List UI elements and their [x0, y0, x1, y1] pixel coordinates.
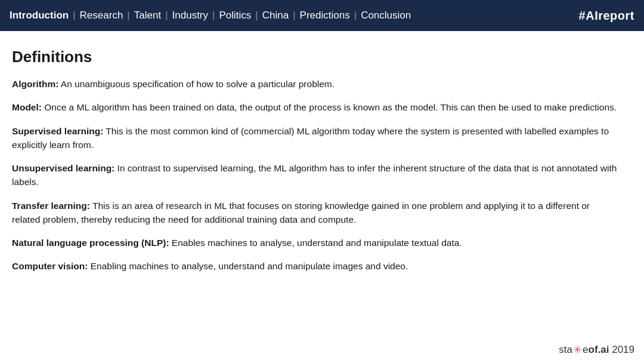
logo: sta✳eof.ai 2019: [559, 343, 634, 356]
definition-item: Model: Once a ML algorithm has been trai…: [12, 100, 620, 114]
page-title: Definitions: [12, 48, 620, 66]
definition-term: Supervised learning:: [12, 126, 103, 136]
definition-item: Unsupervised learning: In contrast to su…: [12, 161, 620, 189]
nav-separator: |: [255, 10, 258, 21]
main-content: Definitions Algorithm: An unambiguous sp…: [0, 31, 644, 295]
definition-item: Algorithm: An unambiguous specification …: [12, 77, 620, 91]
definition-term: Unsupervised learning:: [12, 163, 114, 173]
nav-item-introduction[interactable]: Introduction: [10, 10, 69, 21]
nav-item-conclusion[interactable]: Conclusion: [361, 10, 411, 21]
definition-term: Transfer learning:: [12, 201, 90, 211]
nav-links: Introduction | Research | Talent | Indus…: [10, 10, 579, 21]
definition-term: Computer vision:: [12, 261, 88, 271]
nav-separator: |: [212, 10, 215, 21]
hashtag-label: #AIreport: [579, 9, 634, 23]
nav-separator: |: [73, 10, 75, 21]
definition-item: Supervised learning: This is the most co…: [12, 124, 620, 152]
nav-separator: |: [293, 10, 295, 21]
nav-item-industry[interactable]: Industry: [172, 10, 208, 21]
definition-term: Algorithm:: [12, 79, 58, 89]
definition-term: Model:: [12, 102, 42, 112]
definition-item: Computer vision: Enabling machines to an…: [12, 259, 620, 273]
logo-text: sta✳eof.ai 2019: [559, 343, 634, 356]
definition-item: Transfer learning: This is an area of re…: [12, 199, 620, 227]
nav-separator: |: [354, 10, 357, 21]
nav-separator: |: [127, 10, 129, 21]
nav-separator: |: [165, 10, 168, 21]
nav-item-talent[interactable]: Talent: [134, 10, 161, 21]
header: Introduction | Research | Talent | Indus…: [0, 0, 644, 31]
definitions-list: Algorithm: An unambiguous specification …: [12, 77, 620, 273]
nav-item-politics[interactable]: Politics: [219, 10, 251, 21]
nav-item-research[interactable]: Research: [80, 10, 123, 21]
definition-term: Natural language processing (NLP):: [12, 238, 169, 248]
nav-item-china[interactable]: China: [262, 10, 289, 21]
nav-item-predictions[interactable]: Predictions: [300, 10, 350, 21]
snowflake-icon: ✳: [573, 343, 582, 356]
definition-item: Natural language processing (NLP): Enabl…: [12, 236, 620, 250]
footer: sta✳eof.ai 2019: [559, 343, 634, 356]
